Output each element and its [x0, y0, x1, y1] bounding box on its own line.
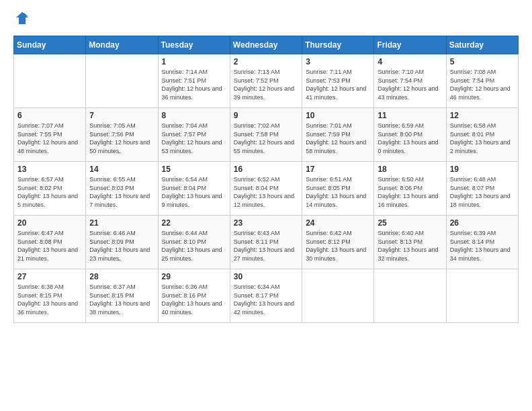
week-row-1: 1Sunrise: 7:14 AM Sunset: 7:51 PM Daylig…	[14, 54, 519, 108]
day-info: Sunrise: 7:11 AM Sunset: 7:53 PM Dayligh…	[306, 68, 370, 101]
day-number: 6	[17, 111, 82, 120]
calendar-table: SundayMondayTuesdayWednesdayThursdayFrid…	[13, 36, 519, 323]
day-number: 23	[234, 218, 298, 228]
weekday-header-row: SundayMondayTuesdayWednesdayThursdayFrid…	[14, 36, 519, 54]
day-info: Sunrise: 6:37 AM Sunset: 8:15 PM Dayligh…	[89, 283, 154, 316]
day-number: 14	[89, 165, 154, 174]
calendar-cell: 4Sunrise: 7:10 AM Sunset: 7:54 PM Daylig…	[374, 54, 446, 108]
calendar-cell: 16Sunrise: 6:52 AM Sunset: 8:04 PM Dayli…	[230, 162, 302, 216]
day-info: Sunrise: 6:48 AM Sunset: 8:07 PM Dayligh…	[450, 175, 515, 209]
day-number: 18	[378, 165, 442, 174]
calendar-cell: 30Sunrise: 6:34 AM Sunset: 8:17 PM Dayli…	[230, 269, 302, 323]
calendar-cell: 20Sunrise: 6:47 AM Sunset: 8:08 PM Dayli…	[14, 216, 86, 269]
day-info: Sunrise: 7:05 AM Sunset: 7:56 PM Dayligh…	[89, 122, 154, 155]
day-number: 3	[306, 57, 370, 66]
day-info: Sunrise: 7:02 AM Sunset: 7:58 PM Dayligh…	[234, 122, 298, 155]
calendar-cell: 24Sunrise: 6:42 AM Sunset: 8:12 PM Dayli…	[302, 216, 374, 269]
day-number: 30	[234, 272, 298, 281]
day-number: 12	[450, 111, 515, 120]
calendar-cell: 11Sunrise: 6:59 AM Sunset: 8:00 PM Dayli…	[374, 108, 446, 162]
day-info: Sunrise: 6:42 AM Sunset: 8:12 PM Dayligh…	[306, 229, 370, 263]
calendar-cell	[86, 54, 158, 108]
day-info: Sunrise: 7:13 AM Sunset: 7:52 PM Dayligh…	[234, 68, 298, 101]
weekday-header-wednesday: Wednesday	[230, 36, 302, 54]
day-info: Sunrise: 6:47 AM Sunset: 8:08 PM Dayligh…	[17, 229, 82, 263]
calendar-cell: 17Sunrise: 6:51 AM Sunset: 8:05 PM Dayli…	[302, 162, 374, 216]
day-info: Sunrise: 7:04 AM Sunset: 7:57 PM Dayligh…	[162, 122, 226, 155]
day-info: Sunrise: 6:54 AM Sunset: 8:04 PM Dayligh…	[162, 175, 226, 209]
calendar-cell: 29Sunrise: 6:36 AM Sunset: 8:16 PM Dayli…	[158, 269, 230, 323]
day-info: Sunrise: 6:55 AM Sunset: 8:03 PM Dayligh…	[89, 175, 154, 209]
calendar-cell	[446, 269, 518, 323]
day-info: Sunrise: 6:57 AM Sunset: 8:02 PM Dayligh…	[17, 175, 82, 209]
day-number: 1	[162, 57, 226, 66]
day-number: 27	[17, 272, 82, 281]
day-info: Sunrise: 7:07 AM Sunset: 7:55 PM Dayligh…	[17, 122, 82, 155]
day-info: Sunrise: 7:08 AM Sunset: 7:54 PM Dayligh…	[450, 68, 515, 101]
calendar-cell: 19Sunrise: 6:48 AM Sunset: 8:07 PM Dayli…	[446, 162, 518, 216]
calendar-cell: 28Sunrise: 6:37 AM Sunset: 8:15 PM Dayli…	[86, 269, 158, 323]
day-info: Sunrise: 6:46 AM Sunset: 8:09 PM Dayligh…	[89, 229, 154, 263]
day-number: 11	[378, 111, 442, 120]
calendar-cell: 21Sunrise: 6:46 AM Sunset: 8:09 PM Dayli…	[86, 216, 158, 269]
weekday-header-tuesday: Tuesday	[158, 36, 230, 54]
week-row-5: 27Sunrise: 6:38 AM Sunset: 8:15 PM Dayli…	[14, 269, 519, 323]
weekday-header-thursday: Thursday	[302, 36, 374, 54]
day-info: Sunrise: 6:59 AM Sunset: 8:00 PM Dayligh…	[378, 122, 442, 155]
page: SundayMondayTuesdayWednesdayThursdayFrid…	[0, 0, 532, 411]
calendar-cell	[14, 54, 86, 108]
calendar-cell: 6Sunrise: 7:07 AM Sunset: 7:55 PM Daylig…	[14, 108, 86, 162]
day-info: Sunrise: 6:44 AM Sunset: 8:10 PM Dayligh…	[162, 229, 226, 263]
day-info: Sunrise: 6:40 AM Sunset: 8:13 PM Dayligh…	[378, 229, 442, 263]
day-number: 10	[306, 111, 370, 120]
calendar-cell: 15Sunrise: 6:54 AM Sunset: 8:04 PM Dayli…	[158, 162, 230, 216]
day-info: Sunrise: 6:58 AM Sunset: 8:01 PM Dayligh…	[450, 122, 515, 155]
day-info: Sunrise: 6:39 AM Sunset: 8:14 PM Dayligh…	[450, 229, 515, 263]
calendar-cell: 27Sunrise: 6:38 AM Sunset: 8:15 PM Dayli…	[14, 269, 86, 323]
day-number: 20	[17, 218, 82, 228]
day-number: 17	[306, 165, 370, 174]
day-number: 4	[378, 57, 442, 66]
calendar-cell: 14Sunrise: 6:55 AM Sunset: 8:03 PM Dayli…	[86, 162, 158, 216]
day-number: 15	[162, 165, 226, 174]
day-info: Sunrise: 6:36 AM Sunset: 8:16 PM Dayligh…	[162, 283, 226, 316]
week-row-2: 6Sunrise: 7:07 AM Sunset: 7:55 PM Daylig…	[14, 108, 519, 162]
calendar-cell: 26Sunrise: 6:39 AM Sunset: 8:14 PM Dayli…	[446, 216, 518, 269]
day-number: 7	[89, 111, 154, 120]
calendar-cell: 7Sunrise: 7:05 AM Sunset: 7:56 PM Daylig…	[86, 108, 158, 162]
calendar-body: 1Sunrise: 7:14 AM Sunset: 7:51 PM Daylig…	[14, 54, 519, 323]
day-number: 19	[450, 165, 515, 174]
logo-bird-icon	[15, 11, 30, 26]
calendar-cell: 1Sunrise: 7:14 AM Sunset: 7:51 PM Daylig…	[158, 54, 230, 108]
calendar-cell	[302, 269, 374, 323]
calendar-cell: 22Sunrise: 6:44 AM Sunset: 8:10 PM Dayli…	[158, 216, 230, 269]
day-info: Sunrise: 6:52 AM Sunset: 8:04 PM Dayligh…	[234, 175, 298, 209]
calendar-cell: 2Sunrise: 7:13 AM Sunset: 7:52 PM Daylig…	[230, 54, 302, 108]
calendar-cell: 3Sunrise: 7:11 AM Sunset: 7:53 PM Daylig…	[302, 54, 374, 108]
calendar-cell: 23Sunrise: 6:43 AM Sunset: 8:11 PM Dayli…	[230, 216, 302, 269]
day-number: 24	[306, 218, 370, 228]
weekday-header-monday: Monday	[86, 36, 158, 54]
header	[13, 11, 519, 29]
day-number: 13	[17, 165, 82, 174]
calendar-cell: 5Sunrise: 7:08 AM Sunset: 7:54 PM Daylig…	[446, 54, 518, 108]
day-number: 21	[89, 218, 154, 228]
calendar-cell: 18Sunrise: 6:50 AM Sunset: 8:06 PM Dayli…	[374, 162, 446, 216]
day-number: 9	[234, 111, 298, 120]
logo	[13, 11, 30, 29]
day-number: 26	[450, 218, 515, 228]
day-number: 8	[162, 111, 226, 120]
day-info: Sunrise: 6:38 AM Sunset: 8:15 PM Dayligh…	[17, 283, 82, 316]
weekday-header-saturday: Saturday	[446, 36, 518, 54]
weekday-header-sunday: Sunday	[14, 36, 86, 54]
day-number: 5	[450, 57, 515, 66]
calendar-cell: 13Sunrise: 6:57 AM Sunset: 8:02 PM Dayli…	[14, 162, 86, 216]
svg-marker-0	[16, 12, 28, 24]
day-info: Sunrise: 6:34 AM Sunset: 8:17 PM Dayligh…	[234, 283, 298, 316]
week-row-3: 13Sunrise: 6:57 AM Sunset: 8:02 PM Dayli…	[14, 162, 519, 216]
day-number: 29	[162, 272, 226, 281]
day-info: Sunrise: 6:51 AM Sunset: 8:05 PM Dayligh…	[306, 175, 370, 209]
day-number: 16	[234, 165, 298, 174]
calendar-cell	[374, 269, 446, 323]
day-number: 2	[234, 57, 298, 66]
